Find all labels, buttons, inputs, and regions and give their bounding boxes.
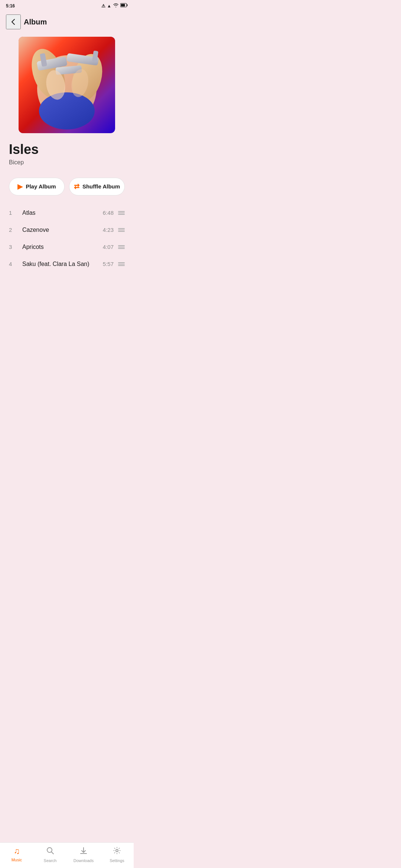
signal-icon: ▲ xyxy=(107,3,111,9)
track-item[interactable]: 4 Saku (feat. Clara La San) 5:57 xyxy=(0,256,134,273)
battery-icon xyxy=(120,3,128,9)
track-menu-button[interactable] xyxy=(118,262,125,266)
track-menu-button[interactable] xyxy=(118,211,125,215)
track-item[interactable]: 1 Atlas 6:48 xyxy=(0,204,134,221)
page-title: Album xyxy=(24,18,47,26)
album-art-container xyxy=(0,34,134,139)
track-menu-button[interactable] xyxy=(118,245,125,249)
time-display: 5:16 xyxy=(6,3,15,9)
track-number: 1 xyxy=(9,210,18,216)
status-time: 5:16 xyxy=(6,3,15,9)
track-list: 1 Atlas 6:48 2 Cazenove 4:23 3 Apricots … xyxy=(0,201,134,276)
track-duration: 6:48 xyxy=(103,210,114,216)
shuffle-album-label: Shuffle Album xyxy=(82,183,120,190)
track-menu-button[interactable] xyxy=(118,228,125,232)
track-number: 4 xyxy=(9,261,18,267)
album-art xyxy=(19,37,115,133)
svg-point-7 xyxy=(39,92,95,129)
play-icon: ▶ xyxy=(17,183,23,191)
shuffle-album-button[interactable]: ⇄ Shuffle Album xyxy=(69,178,125,195)
track-title: Cazenove xyxy=(22,227,103,233)
track-duration: 5:57 xyxy=(103,261,114,267)
warning-icon: ⚠ xyxy=(101,3,105,9)
svg-rect-1 xyxy=(127,4,128,6)
track-title: Atlas xyxy=(22,210,103,216)
track-item[interactable]: 3 Apricots 4:07 xyxy=(0,239,134,256)
track-title: Saku (feat. Clara La San) xyxy=(22,261,103,267)
status-icons: ⚠ ▲ xyxy=(101,3,128,9)
album-info: Isles Bicep xyxy=(0,139,134,172)
track-duration: 4:07 xyxy=(103,244,114,250)
track-number: 2 xyxy=(9,227,18,233)
header: Album xyxy=(0,11,134,34)
track-item[interactable]: 2 Cazenove 4:23 xyxy=(0,221,134,239)
status-bar: 5:16 ⚠ ▲ xyxy=(0,0,134,11)
play-album-label: Play Album xyxy=(26,183,56,190)
track-title: Apricots xyxy=(22,244,103,250)
album-title: Isles xyxy=(9,142,125,157)
shuffle-icon: ⇄ xyxy=(74,183,79,191)
track-number: 3 xyxy=(9,244,18,250)
back-button[interactable] xyxy=(6,14,21,29)
wifi-icon xyxy=(113,3,119,9)
play-album-button[interactable]: ▶ Play Album xyxy=(9,178,65,195)
track-duration: 4:23 xyxy=(103,227,114,233)
album-artist: Bicep xyxy=(9,159,125,166)
action-buttons: ▶ Play Album ⇄ Shuffle Album xyxy=(0,172,134,201)
svg-rect-2 xyxy=(121,4,125,7)
